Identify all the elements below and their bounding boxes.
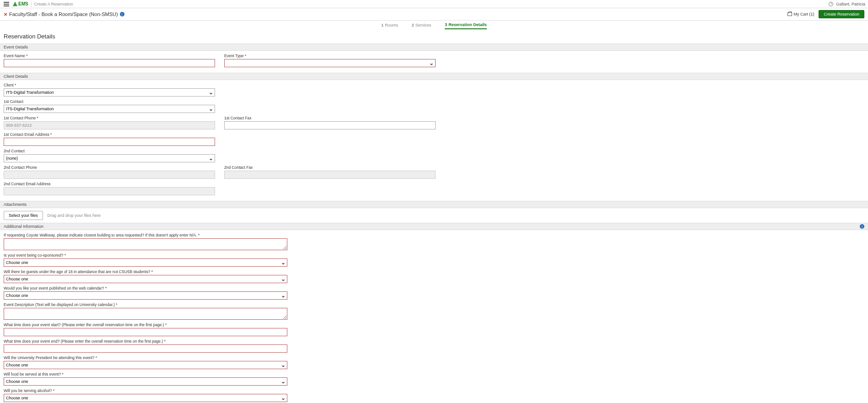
- section-client-details: Client Details: [0, 73, 868, 80]
- first-contact-email-input[interactable]: [4, 138, 215, 146]
- second-contact-select[interactable]: (none): [4, 154, 215, 162]
- attachments-body: Select your files Drag and drop your fil…: [0, 208, 868, 223]
- event-description-input[interactable]: [4, 308, 287, 320]
- food-label: Will food be served at this event? *: [4, 372, 287, 376]
- close-icon[interactable]: ✕: [4, 12, 7, 17]
- tab-services-label: Services: [415, 23, 431, 27]
- publish-label: Would you like your event published on t…: [4, 286, 287, 290]
- section-attachments-label: Attachments: [4, 202, 27, 207]
- breadcrumb: Create A Reservation: [34, 2, 73, 6]
- my-cart[interactable]: My Cart (1): [787, 12, 814, 16]
- topbar-right: ? Gallant, Patricia: [829, 2, 865, 6]
- second-contact-email-input: [4, 187, 215, 195]
- topbar: EMS Create A Reservation ? Gallant, Patr…: [0, 0, 868, 8]
- end-time-label: What time does your event end? (Please e…: [4, 339, 287, 344]
- event-details-body: Event Name * Event Type * ⌄: [0, 51, 868, 73]
- logo-icon: [13, 2, 17, 6]
- event-name-input[interactable]: [4, 59, 215, 67]
- topbar-left: EMS Create A Reservation: [3, 1, 73, 7]
- first-contact-phone-input: [4, 121, 215, 129]
- tab-reservation-details[interactable]: 3 Reservation Details: [445, 22, 487, 29]
- select-files-button[interactable]: Select your files: [4, 211, 43, 220]
- coyote-walkway-label: If requesting Coyote Walkway, please ind…: [4, 233, 287, 237]
- section-event-details: Event Details: [0, 43, 868, 51]
- hamburger-menu-icon[interactable]: [3, 1, 10, 7]
- section-additional-info-label: Additional Information: [4, 224, 43, 229]
- cart-icon: [787, 12, 792, 16]
- second-contact-fax-label: 2nd Contact Fax: [224, 165, 436, 170]
- section-additional-info: Additional Information i: [0, 223, 868, 230]
- template-title: Faculty/Staff - Book a Room/Space (Non-S…: [9, 11, 118, 17]
- client-details-body: Client * ITS-Digital Transformation ⌄ 1s…: [0, 80, 868, 201]
- client-label: Client *: [4, 83, 215, 87]
- tab-services[interactable]: 2 Services: [412, 22, 431, 29]
- tab-rooms-num: 1: [381, 23, 383, 27]
- second-contact-label: 2nd Contact: [4, 149, 215, 153]
- start-time-label: What time does your event start? (Please…: [4, 322, 287, 327]
- help-icon[interactable]: ?: [829, 2, 833, 6]
- event-name-label: Event Name *: [4, 54, 215, 58]
- cart-label: My Cart (1): [793, 12, 814, 16]
- tab-services-num: 2: [412, 23, 414, 27]
- app-name: EMS: [18, 1, 28, 6]
- end-time-input[interactable]: [4, 344, 287, 353]
- client-select[interactable]: ITS-Digital Transformation: [4, 88, 215, 97]
- section-event-details-label: Event Details: [4, 45, 28, 49]
- tab-details-label: Reservation Details: [448, 22, 487, 27]
- additional-info-body: If requesting Coyote Walkway, please ind…: [0, 230, 868, 403]
- create-reservation-button-top[interactable]: Create Reservation: [819, 10, 864, 18]
- start-time-input[interactable]: [4, 328, 287, 336]
- section-attachments: Attachments: [0, 201, 868, 208]
- info-icon[interactable]: i: [860, 224, 864, 229]
- first-contact-fax-label: 1st Contact Fax: [224, 116, 436, 120]
- first-contact-label: 1st Contact: [4, 99, 215, 104]
- alcohol-select[interactable]: Choose one: [4, 394, 287, 402]
- event-type-label: Event Type *: [224, 54, 436, 58]
- template-left: ✕ Faculty/Staff - Book a Room/Space (Non…: [4, 11, 124, 17]
- under18-select[interactable]: Choose one: [4, 275, 287, 283]
- tab-details-num: 3: [445, 22, 447, 27]
- second-contact-fax-input: [224, 171, 436, 179]
- second-contact-phone-input: [4, 171, 215, 179]
- first-contact-email-label: 1st Contact Email Address *: [4, 132, 215, 137]
- app-logo[interactable]: EMS: [13, 1, 28, 6]
- section-client-details-label: Client Details: [4, 74, 28, 79]
- user-name[interactable]: Gallant, Patricia: [836, 2, 865, 6]
- tab-rooms[interactable]: 1 Rooms: [381, 22, 398, 29]
- president-label: Will the University President be attendi…: [4, 355, 287, 360]
- second-contact-phone-label: 2nd Contact Phone: [4, 165, 215, 170]
- first-contact-select[interactable]: ITS-Digital Transformation: [4, 105, 215, 113]
- page-title: Reservation Details: [0, 29, 868, 43]
- publish-select[interactable]: Choose one: [4, 291, 287, 300]
- template-row: ✕ Faculty/Staff - Book a Room/Space (Non…: [0, 8, 868, 21]
- divider: [31, 1, 32, 7]
- event-description-label: Event Description (Text will be displaye…: [4, 302, 287, 307]
- drag-drop-hint: Drag and drop your files here: [48, 213, 101, 218]
- second-contact-email-label: 2nd Contact Email Address: [4, 182, 215, 186]
- tabs: 1 Rooms 2 Services 3 Reservation Details: [0, 21, 868, 29]
- coyote-walkway-input[interactable]: [4, 238, 287, 250]
- co-sponsored-label: Is your event being co-sponsored? *: [4, 253, 287, 258]
- tab-rooms-label: Rooms: [385, 23, 398, 27]
- event-type-select[interactable]: [224, 59, 436, 67]
- president-select[interactable]: Choose one: [4, 361, 287, 369]
- template-right: My Cart (1) Create Reservation: [787, 10, 864, 18]
- info-icon[interactable]: i: [120, 12, 124, 16]
- first-contact-fax-input[interactable]: [224, 121, 436, 129]
- food-select[interactable]: Choose one: [4, 377, 287, 386]
- first-contact-phone-label: 1st Contact Phone *: [4, 116, 215, 120]
- alcohol-label: Will you be serving alcohol? *: [4, 388, 287, 393]
- co-sponsored-select[interactable]: Choose one: [4, 258, 287, 267]
- under18-label: Will there be guests under the age of 18…: [4, 269, 287, 274]
